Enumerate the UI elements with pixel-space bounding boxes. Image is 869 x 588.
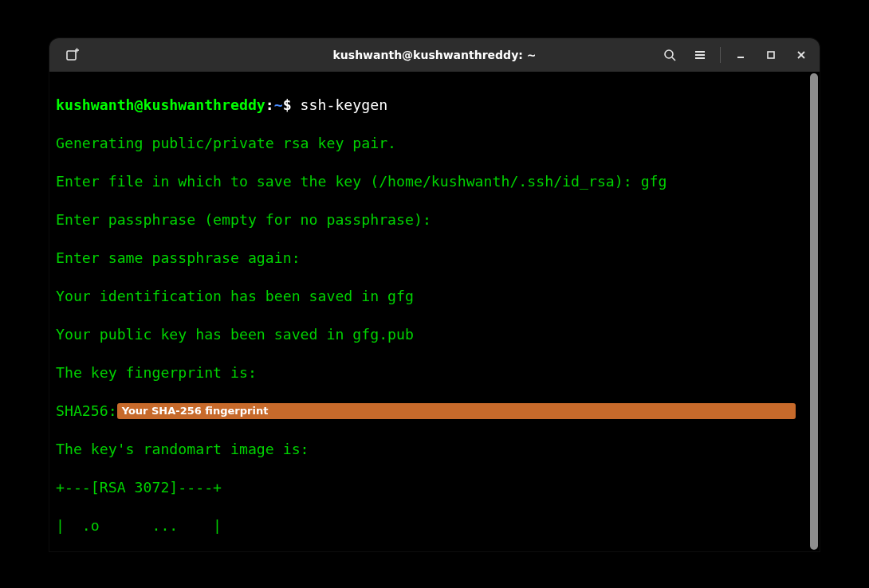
output-line: Your public key has been saved in gfg.pu… xyxy=(56,325,802,344)
prompt-path: ~ xyxy=(274,96,283,113)
terminal-body[interactable]: kushwanth@kushwanthreddy:~$ ssh-keygen G… xyxy=(49,72,820,551)
randomart-line: +---[RSA 3072]----+ xyxy=(56,478,802,497)
svg-line-4 xyxy=(672,57,675,61)
redaction-label: Your SHA-256 fingerprint xyxy=(122,402,269,421)
output-line: Generating public/private rsa key pair. xyxy=(56,134,802,153)
output-line: Enter file in which to save the key (/ho… xyxy=(56,172,802,191)
terminal-output: kushwanth@kushwanthreddy:~$ ssh-keygen G… xyxy=(49,72,808,551)
titlebar-separator xyxy=(720,47,721,63)
output-line: The key fingerprint is: xyxy=(56,363,802,382)
sha-prefix: SHA256: xyxy=(56,402,117,421)
scrollbar-thumb[interactable] xyxy=(810,73,818,550)
new-tab-button[interactable] xyxy=(59,41,86,69)
svg-rect-9 xyxy=(768,52,774,58)
search-icon[interactable] xyxy=(656,41,683,69)
command-text: ssh-keygen xyxy=(301,96,388,113)
output-line: Enter same passphrase again: xyxy=(56,249,802,268)
prompt-symbol: $ xyxy=(283,96,292,113)
output-line: Your identification has been saved in gf… xyxy=(56,287,802,306)
titlebar: kushwanth@kushwanthreddy: ~ xyxy=(49,38,820,72)
prompt-user-host: kushwanth@kushwanthreddy xyxy=(56,96,265,113)
hamburger-menu-icon[interactable] xyxy=(686,41,714,69)
output-line: Enter passphrase (empty for no passphras… xyxy=(56,210,802,229)
redaction-overlay: Your SHA-256 fingerprint xyxy=(117,403,796,419)
maximize-button[interactable] xyxy=(757,41,784,69)
scrollbar-track[interactable] xyxy=(808,72,820,551)
minimize-button[interactable] xyxy=(727,41,754,69)
terminal-window: kushwanth@kushwanthreddy: ~ xyxy=(49,38,820,551)
svg-point-3 xyxy=(665,50,673,58)
randomart-line: | .o ... | xyxy=(56,516,802,535)
close-button[interactable] xyxy=(788,41,815,69)
sha-fingerprint-row: SHA256:Your SHA-256 fingerprint xyxy=(56,402,802,421)
output-line: The key's randomart image is: xyxy=(56,440,802,459)
svg-rect-0 xyxy=(67,51,76,60)
